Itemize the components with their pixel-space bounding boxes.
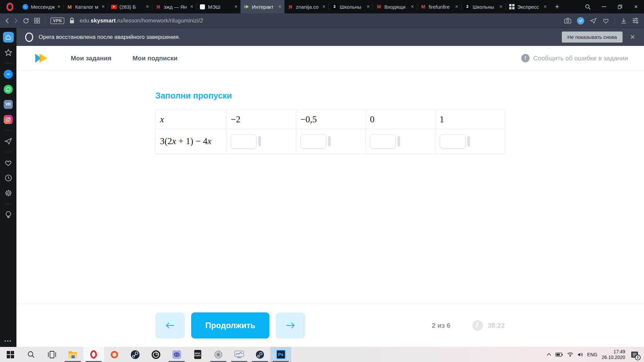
- new-tab-button[interactable]: +: [550, 0, 565, 13]
- steam-icon[interactable]: [125, 347, 146, 362]
- steam-tray-icon[interactable]: [250, 347, 270, 362]
- adblock-shield-icon[interactable]: [577, 17, 584, 24]
- tab-youtube[interactable]: (283) Б×: [108, 0, 152, 13]
- tab-close-icon[interactable]: ×: [278, 4, 281, 9]
- vk-icon[interactable]: VK: [3, 99, 14, 110]
- likes-heart-icon[interactable]: [3, 158, 14, 168]
- report-error-link[interactable]: ! Сообщить об ошибке в задании: [521, 54, 628, 62]
- origin-icon[interactable]: [104, 347, 125, 362]
- epic-games-icon[interactable]: EPICGAMES: [187, 347, 208, 362]
- messenger-icon[interactable]: [3, 69, 14, 79]
- tab-close-icon[interactable]: ×: [544, 4, 547, 9]
- tab-inbox[interactable]: M Входящи×: [373, 0, 417, 13]
- answer-input-1[interactable]: [231, 134, 257, 148]
- sidebar-more-dots-icon[interactable]: •••: [4, 339, 12, 344]
- answer-input-3[interactable]: [370, 134, 396, 148]
- lock-icon[interactable]: [69, 17, 74, 24]
- opera-logo-icon: [6, 3, 13, 11]
- tab-close-icon[interactable]: ×: [322, 4, 325, 9]
- tab-express[interactable]: Экспресс×: [506, 0, 550, 13]
- tab-yandex-ezd[interactable]: Я эжд — Ян×: [152, 0, 196, 13]
- tab-school-1[interactable]: 3 Школьны×: [329, 0, 373, 13]
- yandex-favicon: Я: [287, 4, 293, 10]
- snapshot-camera-icon[interactable]: [564, 18, 571, 23]
- back-icon[interactable]: [5, 18, 9, 24]
- settings-gear-icon[interactable]: [3, 188, 14, 198]
- bookmark-heart-icon[interactable]: [602, 18, 609, 24]
- tab-messenger[interactable]: Мессендж×: [19, 0, 63, 13]
- prev-task-button[interactable]: [155, 312, 185, 339]
- table-header-row: x −2 −0,5 0 1: [156, 110, 505, 129]
- tab-search-icon[interactable]: [580, 0, 596, 13]
- easy-setup-sliders-icon[interactable]: [632, 18, 639, 23]
- input-handle: [328, 136, 331, 146]
- forward-icon[interactable]: [14, 18, 18, 24]
- my-flow-plane-icon[interactable]: [3, 136, 14, 146]
- address-bar[interactable]: edu.skysmart.ru/lesson/homework/rilugumi…: [79, 17, 203, 24]
- bookmarks-star-icon[interactable]: [3, 47, 14, 58]
- nav-my-tasks[interactable]: Мои задания: [71, 55, 111, 62]
- history-clock-icon[interactable]: [3, 173, 14, 183]
- crash-bar-close-icon[interactable]: ✕: [630, 33, 635, 41]
- volume-mixer-icon[interactable]: [208, 347, 229, 362]
- tab-firefunfire[interactable]: M firefunfire×: [417, 0, 461, 13]
- downloads-icon[interactable]: [621, 18, 627, 24]
- tab-znanija[interactable]: Я znanija.co×: [284, 0, 328, 13]
- start-button[interactable]: [0, 347, 21, 362]
- file-explorer-icon[interactable]: [62, 347, 83, 362]
- tab-close-icon[interactable]: ×: [499, 4, 502, 9]
- tab-school-2[interactable]: 3 Школьны×: [462, 0, 505, 13]
- task-title: Заполни пропуски: [155, 91, 644, 101]
- tab-close-icon[interactable]: ×: [367, 4, 370, 9]
- vpn-badge[interactable]: VPN: [50, 17, 64, 24]
- continue-button[interactable]: Продолжить: [191, 312, 269, 339]
- tray-volume-icon[interactable]: [578, 352, 583, 357]
- photoshop-icon[interactable]: Ps: [270, 347, 291, 362]
- tab-close-icon[interactable]: ×: [146, 4, 149, 9]
- task-view-icon[interactable]: [42, 347, 62, 362]
- clock-date[interactable]: 17:4926.10.2020: [602, 349, 625, 360]
- tab-close-icon[interactable]: ×: [234, 4, 237, 9]
- tab-close-icon[interactable]: ×: [57, 4, 60, 9]
- nav-my-subscriptions[interactable]: Мои подписки: [132, 55, 177, 62]
- tab-close-icon[interactable]: ×: [102, 4, 105, 9]
- progress-counter: 2 из 6: [432, 322, 450, 329]
- skysmart-logo-icon[interactable]: [35, 53, 49, 63]
- reload-icon[interactable]: [23, 17, 29, 24]
- tray-chevron-icon[interactable]: [547, 353, 551, 356]
- answer-input-2[interactable]: [301, 134, 326, 148]
- speed-dial-home-icon[interactable]: [3, 32, 14, 43]
- expression-label: 3(2x + 1) − 4x: [156, 129, 226, 154]
- table-expression-row: 3(2x + 1) − 4x: [156, 129, 505, 154]
- action-center-icon[interactable]: 5: [630, 350, 640, 360]
- crash-message: Opera восстановлена после аварийного зав…: [39, 34, 180, 41]
- my-flow-plane-icon[interactable]: [590, 18, 597, 24]
- opera-logo-icon: [25, 33, 33, 42]
- language-indicator[interactable]: ENG: [587, 352, 597, 357]
- dont-show-again-button[interactable]: Не показывать снова: [562, 32, 623, 43]
- taskbar-search-icon[interactable]: [21, 347, 42, 362]
- window-restore-button[interactable]: [612, 0, 628, 13]
- battery-icon[interactable]: [555, 353, 563, 357]
- next-task-button[interactable]: [276, 312, 305, 339]
- tab-close-icon[interactable]: ×: [190, 4, 193, 9]
- tab-close-icon[interactable]: ×: [411, 4, 414, 9]
- opera-menu-button[interactable]: [0, 0, 19, 13]
- instagram-icon[interactable]: [3, 114, 14, 125]
- obs-icon[interactable]: [146, 347, 166, 362]
- wifi-icon[interactable]: [567, 352, 573, 357]
- answer-input-4[interactable]: [440, 134, 466, 148]
- tab-mesh[interactable]: МЭШ×: [197, 0, 240, 13]
- performance-monitor-icon[interactable]: [229, 347, 250, 362]
- values-table: x −2 −0,5 0 1 3(2x + 1) − 4x: [155, 110, 505, 154]
- window-minimize-button[interactable]: [596, 0, 612, 13]
- whatsapp-icon[interactable]: [3, 84, 14, 95]
- discord-icon[interactable]: [166, 347, 187, 362]
- window-close-button[interactable]: ×: [628, 0, 644, 13]
- tab-catalog[interactable]: М Каталог м×: [64, 0, 108, 13]
- opera-taskbar-icon[interactable]: [83, 347, 104, 362]
- speed-dial-tiles-icon[interactable]: [34, 18, 40, 23]
- tab-close-icon[interactable]: ×: [455, 4, 458, 9]
- snapshot-bulb-icon[interactable]: [3, 209, 14, 220]
- tab-interactive-active[interactable]: Интеракт×: [240, 0, 284, 13]
